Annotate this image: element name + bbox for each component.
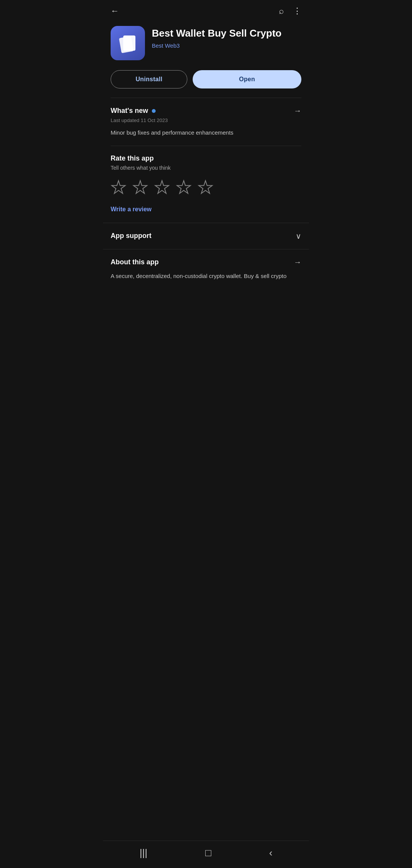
- action-buttons: Uninstall Open: [103, 68, 309, 98]
- uninstall-button[interactable]: Uninstall: [111, 70, 187, 88]
- back-button[interactable]: ←: [111, 6, 119, 16]
- star-1[interactable]: ★: [111, 178, 126, 196]
- app-icon-svg: [116, 32, 139, 55]
- app-support-section[interactable]: App support ∨: [103, 223, 309, 249]
- svg-rect-1: [123, 35, 135, 51]
- rate-title: Rate this app: [111, 154, 301, 162]
- whats-new-title: What's new: [111, 107, 148, 115]
- app-developer: Best Web3: [152, 42, 301, 49]
- about-arrow-icon[interactable]: →: [294, 258, 301, 267]
- whats-new-header: What's new →: [111, 106, 301, 115]
- rate-subtitle: Tell others what you think: [111, 165, 301, 171]
- bottom-nav: ||| □ ‹: [103, 841, 309, 868]
- app-info: Best Wallet Buy Sell Crypto Best Web3: [152, 26, 301, 49]
- about-section: About this app → A secure, decentralized…: [103, 249, 309, 289]
- recent-apps-button[interactable]: |||: [140, 847, 147, 859]
- blue-dot-indicator: [152, 109, 156, 113]
- section-title-row: What's new: [111, 107, 156, 115]
- more-options-icon[interactable]: ⋮: [293, 6, 301, 16]
- whats-new-section: What's new → Last updated 11 Oct 2023 Mi…: [103, 98, 309, 146]
- app-icon: [111, 26, 145, 60]
- write-review-link[interactable]: Write a review: [111, 204, 301, 214]
- last-updated-text: Last updated 11 Oct 2023: [111, 117, 301, 123]
- app-title: Best Wallet Buy Sell Crypto: [152, 27, 301, 39]
- star-5[interactable]: ★: [198, 178, 213, 196]
- whats-new-description: Minor bug fixes and performance enhancem…: [111, 129, 301, 137]
- open-button[interactable]: Open: [193, 70, 301, 88]
- search-icon[interactable]: ⌕: [279, 6, 284, 16]
- app-header: Best Wallet Buy Sell Crypto Best Web3: [103, 20, 309, 68]
- about-title: About this app: [111, 258, 159, 266]
- support-header: App support ∨: [111, 231, 301, 241]
- support-title: App support: [111, 232, 151, 240]
- star-4[interactable]: ★: [176, 178, 192, 196]
- back-nav-button[interactable]: ‹: [269, 847, 272, 859]
- star-3[interactable]: ★: [154, 178, 170, 196]
- star-2[interactable]: ★: [132, 178, 148, 196]
- top-bar-right: ⌕ ⋮: [279, 6, 301, 16]
- support-chevron-icon: ∨: [296, 231, 301, 241]
- home-button[interactable]: □: [205, 847, 211, 859]
- top-bar: ← ⌕ ⋮: [103, 0, 309, 20]
- about-header: About this app →: [111, 258, 301, 267]
- stars-row: ★ ★ ★ ★ ★: [111, 178, 301, 196]
- about-description: A secure, decentralized, non-custodial c…: [111, 272, 301, 281]
- rate-section: Rate this app Tell others what you think…: [103, 146, 309, 223]
- whats-new-arrow[interactable]: →: [294, 106, 301, 115]
